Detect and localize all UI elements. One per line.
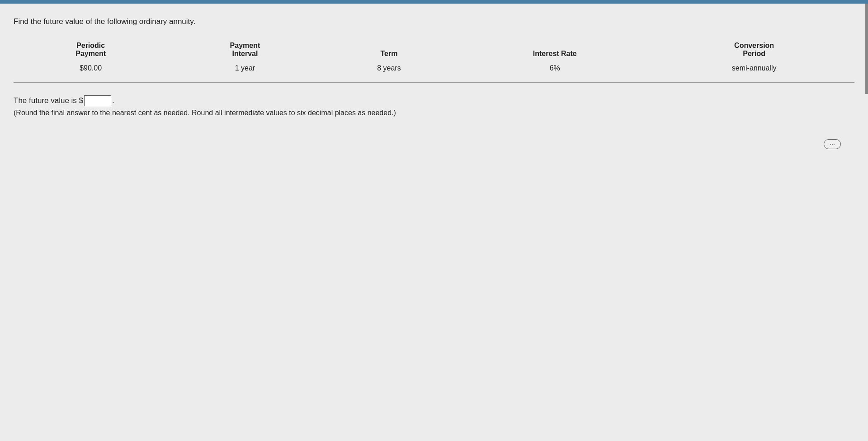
- answer-suffix: .: [112, 96, 114, 105]
- answer-line: The future value is $ .: [14, 95, 854, 106]
- col-header-interest-rate: Interest Rate: [456, 39, 654, 61]
- right-scrollbar[interactable]: [865, 4, 868, 94]
- answer-section: The future value is $ . (Round the final…: [14, 95, 854, 117]
- col-header-term: Term: [322, 39, 456, 61]
- cell-interest-rate: 6%: [456, 61, 654, 77]
- content-area: Find the future value of the following o…: [0, 4, 868, 441]
- cell-conversion-period: semi-annually: [654, 61, 854, 77]
- cell-periodic-payment: $90.00: [14, 61, 168, 77]
- question-text: Find the future value of the following o…: [14, 17, 854, 26]
- cell-payment-interval: 1 year: [168, 61, 322, 77]
- more-options-button[interactable]: ···: [824, 139, 841, 149]
- answer-prefix: The future value is $: [14, 96, 83, 105]
- col-header-conversion-period: Conversion Period: [654, 39, 854, 61]
- answer-input-box[interactable]: [84, 95, 111, 106]
- top-bar: [0, 0, 868, 4]
- rounding-note: (Round the final answer to the nearest c…: [14, 109, 854, 117]
- col-header-payment-interval: Payment Interval: [168, 39, 322, 61]
- col-header-periodic-payment: Periodic Payment: [14, 39, 168, 61]
- cell-term: 8 years: [322, 61, 456, 77]
- annuity-table: Periodic Payment Payment Interval Term I…: [14, 39, 854, 77]
- divider-line: [14, 82, 854, 83]
